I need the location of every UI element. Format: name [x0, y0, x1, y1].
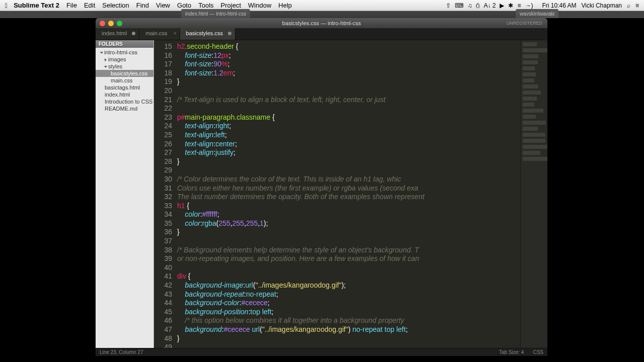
code-line[interactable]: /* Background elements help determine th…: [177, 246, 520, 255]
unregistered-label: UNREGISTERED: [506, 21, 542, 26]
menu-project[interactable]: Project: [221, 2, 241, 9]
code-line[interactable]: [177, 86, 520, 96]
code-line[interactable]: Colors use either hex numbers (the first…: [177, 184, 520, 193]
code-line[interactable]: background:#cecece url("../images/kangar…: [177, 325, 520, 334]
menu-selection[interactable]: Selection: [102, 2, 129, 9]
tab-close-icon[interactable]: ×: [174, 31, 177, 36]
menu-tools[interactable]: Tools: [198, 2, 213, 9]
bg-tab: index.html — intro-html-css: [181, 9, 250, 18]
code-line[interactable]: The last number determines the opacity. …: [177, 193, 520, 202]
sidebar-file[interactable]: main.css: [96, 77, 153, 84]
menubar-status-icon[interactable]: ▶: [500, 2, 504, 9]
code-line[interactable]: text-align:center;: [177, 140, 520, 149]
code-line[interactable]: /* Text-align is used to align a block o…: [177, 96, 520, 105]
code-line[interactable]: background-repeat:no-repeat;: [177, 290, 520, 299]
statusbar: Line 23, Column 27 Tab Size: 4 CSS: [96, 348, 547, 356]
menubar-status-icon[interactable]: ✱: [508, 2, 513, 9]
code-line[interactable]: text-align:right;: [177, 122, 520, 131]
code-line[interactable]: [177, 166, 520, 175]
code-line[interactable]: font-size:1.2em;: [177, 69, 520, 78]
menu-edit[interactable]: Edit: [84, 2, 95, 9]
code-line[interactable]: h2.second-header {: [177, 42, 520, 51]
zoom-icon[interactable]: [117, 21, 122, 26]
minimap[interactable]: [520, 40, 547, 348]
sublime-window: basicstyles.css — intro-html-css UNREGIS…: [96, 18, 547, 356]
code-area[interactable]: h2.second-header { font-size:12px; font-…: [176, 40, 520, 348]
menu-file[interactable]: File: [66, 2, 77, 9]
tab-dirty-icon: [132, 32, 135, 35]
status-language[interactable]: CSS: [533, 349, 543, 355]
bg-tab: wavskintwavaki: [516, 9, 558, 18]
menu-help[interactable]: Help: [278, 2, 292, 9]
code-line[interactable]: }: [177, 157, 520, 166]
menubar-user[interactable]: Vicki Chapman: [582, 2, 622, 9]
code-line[interactable]: [177, 343, 520, 348]
code-line[interactable]: background-position:top left;: [177, 308, 520, 317]
code-line[interactable]: color:rgba(255,255,255,1);: [177, 219, 520, 228]
apple-menu-icon[interactable]: : [5, 2, 8, 10]
sidebar-file[interactable]: basictags.html: [96, 84, 153, 91]
editor-tab[interactable]: basicstyles.css: [180, 28, 235, 40]
sidebar-folder[interactable]: images: [96, 56, 153, 63]
menubar-status-icon[interactable]: ♫: [467, 2, 472, 9]
code-line[interactable]: font-size:90%;: [177, 60, 520, 69]
code-line[interactable]: background-color:#cecece;: [177, 299, 520, 308]
menu-window[interactable]: Window: [248, 2, 271, 9]
sidebar-item-label: intro-html-css: [104, 49, 137, 55]
sidebar-item-label: basicstyles.css: [111, 70, 147, 76]
code-line[interactable]: }: [177, 228, 520, 237]
status-tabsize[interactable]: Tab Size: 4: [499, 349, 524, 355]
spotlight-icon[interactable]: ⌕: [627, 2, 630, 9]
code-line[interactable]: text-align:left;: [177, 131, 520, 140]
sidebar-folder[interactable]: intro-html-css: [96, 49, 153, 56]
disclosure-icon[interactable]: [100, 52, 103, 54]
code-line[interactable]: [177, 263, 520, 273]
sidebar-file[interactable]: README.md: [96, 105, 153, 112]
menubar-status-icon[interactable]: →): [525, 2, 533, 9]
menubar-status-icon[interactable]: A↓ 2: [484, 2, 496, 9]
code-line[interactable]: [177, 104, 520, 113]
menubar-clock[interactable]: Fri 10:46 AM: [542, 2, 576, 9]
code-line[interactable]: }: [177, 77, 520, 86]
code-line[interactable]: /* Color determines the color of the tex…: [177, 175, 520, 184]
minimize-icon[interactable]: [108, 21, 114, 26]
sidebar-file[interactable]: basicstyles.css: [96, 70, 153, 77]
sidebar-item-label: styles: [108, 63, 122, 69]
menu-view[interactable]: View: [156, 2, 170, 9]
close-icon[interactable]: [100, 21, 105, 26]
disclosure-icon[interactable]: [105, 58, 107, 61]
code-line[interactable]: font-size:12px;: [177, 51, 520, 60]
code-line[interactable]: p#main-paragraph.classname {: [177, 113, 520, 122]
menubar-status-icon[interactable]: ⌨: [455, 2, 463, 9]
sidebar[interactable]: FOLDERS intro-html-cssimagesstylesbasics…: [96, 40, 154, 348]
titlebar[interactable]: basicstyles.css — intro-html-css UNREGIS…: [96, 18, 547, 28]
menu-goto[interactable]: Goto: [177, 2, 191, 9]
tab-label: index.html: [102, 30, 127, 36]
menubar-status-icon[interactable]: ≡: [517, 2, 521, 9]
disclosure-icon[interactable]: [104, 66, 107, 68]
code-line[interactable]: }: [177, 334, 520, 343]
code-line[interactable]: color:#ffffff;: [177, 210, 520, 219]
editor-tab[interactable]: index.html: [96, 28, 139, 40]
tab-label: basicstyles.css: [186, 30, 223, 36]
menubar-status-icon[interactable]: ⎙: [476, 2, 479, 9]
code-line[interactable]: h1 {: [177, 202, 520, 211]
code-line[interactable]: text-align:justify;: [177, 148, 520, 157]
editor-tab[interactable]: main.css×: [139, 28, 180, 40]
sidebar-item-label: main.css: [111, 77, 132, 83]
code-line[interactable]: [177, 237, 520, 246]
code-line[interactable]: div {: [177, 272, 520, 281]
sidebar-folder[interactable]: styles: [96, 63, 153, 70]
code-line[interactable]: or non-repeating images, and position. H…: [177, 254, 520, 263]
sidebar-item-label: Introduction to CSS & H: [105, 99, 154, 105]
sidebar-file[interactable]: index.html: [96, 91, 153, 98]
menu-icon[interactable]: ≡: [635, 2, 639, 9]
app-name[interactable]: Sublime Text 2: [14, 2, 59, 9]
code-line[interactable]: background-image:url("../images/kangaroo…: [177, 281, 520, 290]
menu-find[interactable]: Find: [136, 2, 149, 9]
window-title: basicstyles.css — intro-html-css: [282, 20, 361, 26]
code-editor[interactable]: 1516171819202122232425262728293031323334…: [154, 40, 547, 348]
code-line[interactable]: /* this option below combines it all tog…: [177, 316, 520, 325]
sidebar-file[interactable]: Introduction to CSS & H: [96, 98, 153, 105]
menubar-status-icon[interactable]: ⇧: [446, 2, 451, 9]
